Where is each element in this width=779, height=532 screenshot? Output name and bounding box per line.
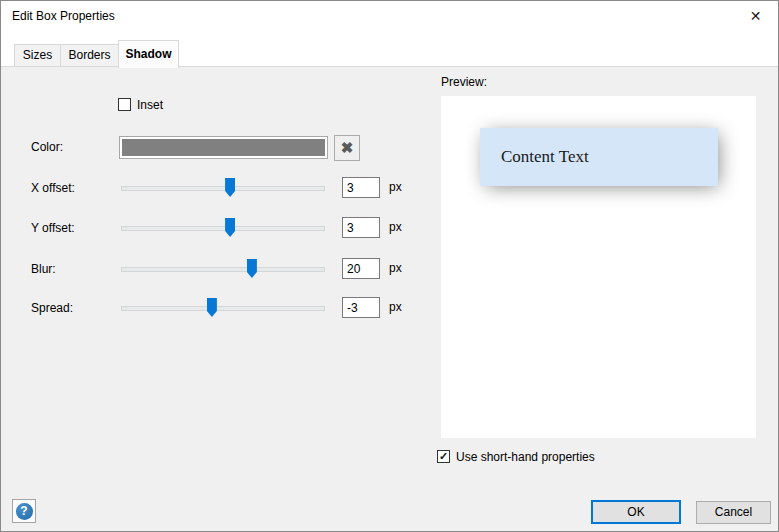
clear-color-button[interactable]: ✖ xyxy=(334,135,360,161)
y-offset-label: Y offset: xyxy=(31,217,75,239)
color-swatch xyxy=(122,139,325,156)
tab-sizes[interactable]: Sizes xyxy=(14,44,61,67)
x-offset-label: X offset: xyxy=(31,177,75,199)
inset-label: Inset xyxy=(137,98,163,112)
spread-row: Spread: px xyxy=(1,297,431,319)
tab-borders[interactable]: Borders xyxy=(60,44,119,67)
help-button[interactable]: ? xyxy=(12,499,36,523)
y-offset-slider-thumb[interactable] xyxy=(225,218,235,237)
blur-row: Blur: px xyxy=(1,258,431,280)
x-offset-row: X offset: px xyxy=(1,177,431,199)
preview-content-box: Content Text xyxy=(480,128,718,186)
y-offset-slider-track[interactable] xyxy=(121,226,325,231)
spread-label: Spread: xyxy=(31,297,73,319)
tab-shadow[interactable]: Shadow xyxy=(118,40,179,68)
preview-label: Preview: xyxy=(441,74,487,90)
inset-checkbox[interactable] xyxy=(118,98,131,111)
shorthand-label: Use short-hand properties xyxy=(456,450,595,464)
x-offset-unit: px xyxy=(389,177,402,198)
x-offset-slider-thumb[interactable] xyxy=(225,178,235,197)
color-swatch-button[interactable] xyxy=(119,136,328,159)
y-offset-unit: px xyxy=(389,217,402,238)
x-offset-input[interactable] xyxy=(342,177,380,198)
y-offset-input[interactable] xyxy=(342,217,380,238)
shorthand-checkmark-icon: ✓ xyxy=(439,450,448,462)
dialog-title: Edit Box Properties xyxy=(12,1,115,31)
titlebar: Edit Box Properties ✕ xyxy=(1,1,778,31)
spread-slider-thumb[interactable] xyxy=(207,298,217,317)
close-icon[interactable]: ✕ xyxy=(733,1,778,31)
y-offset-row: Y offset: px xyxy=(1,217,431,239)
tab-strip: Sizes Borders Shadow xyxy=(1,31,778,67)
cancel-button[interactable]: Cancel xyxy=(696,501,771,524)
preview-content-text: Content Text xyxy=(501,147,589,167)
ok-button[interactable]: OK xyxy=(591,500,681,524)
blur-input[interactable] xyxy=(342,258,380,279)
blur-unit: px xyxy=(389,258,402,279)
shorthand-checkbox[interactable]: ✓ xyxy=(437,450,450,463)
x-offset-slider-track[interactable] xyxy=(121,186,325,191)
edit-box-properties-dialog: Edit Box Properties ✕ Sizes Borders Shad… xyxy=(0,0,779,532)
blur-label: Blur: xyxy=(31,258,56,280)
spread-unit: px xyxy=(389,297,402,318)
blur-slider-thumb[interactable] xyxy=(247,259,257,278)
spread-input[interactable] xyxy=(342,297,380,318)
spread-slider-track[interactable] xyxy=(121,306,325,311)
color-label: Color: xyxy=(31,136,63,158)
clear-color-icon: ✖ xyxy=(341,139,354,156)
preview-panel: Content Text xyxy=(441,96,756,438)
help-icon: ? xyxy=(16,503,33,520)
blur-slider-track[interactable] xyxy=(121,267,325,272)
